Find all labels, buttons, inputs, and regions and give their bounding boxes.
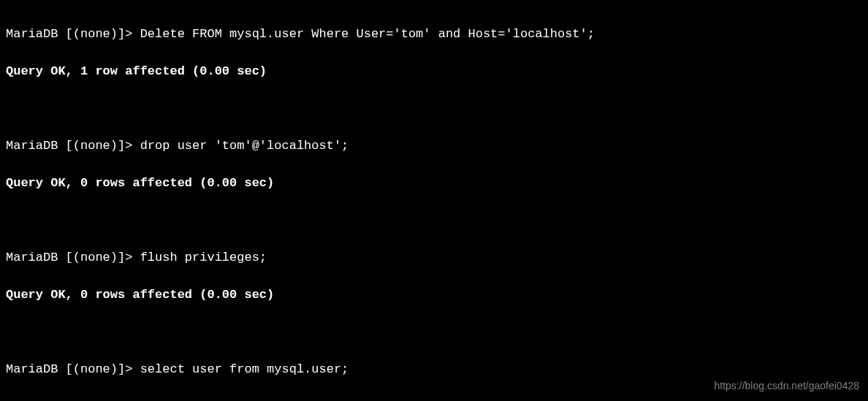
sql-command: Delete FROM mysql.user Where User='tom' … [140,27,595,41]
watermark-text: https://blog.csdn.net/gaofei0428 [715,378,859,394]
db-prompt: MariaDB [(none)]> [6,362,140,376]
db-prompt: MariaDB [(none)]> [6,251,140,264]
table-border: +------+ [6,397,862,402]
sql-command: select user from mysql.user; [140,362,349,376]
sql-command: drop user 'tom'@'localhost'; [140,139,349,153]
sql-command: flush privileges; [140,251,267,264]
blank-line [6,211,862,230]
terminal-output[interactable]: MariaDB [(none)]> Delete FROM mysql.user… [6,6,862,401]
query-result: Query OK, 0 rows affected (0.00 sec) [6,174,862,193]
query-result: Query OK, 0 rows affected (0.00 sec) [6,286,862,305]
blank-line [6,99,862,118]
query-result: Query OK, 1 row affected (0.00 sec) [6,62,862,81]
db-prompt: MariaDB [(none)]> [6,139,140,153]
db-prompt: MariaDB [(none)]> [6,27,140,41]
blank-line [6,323,862,342]
